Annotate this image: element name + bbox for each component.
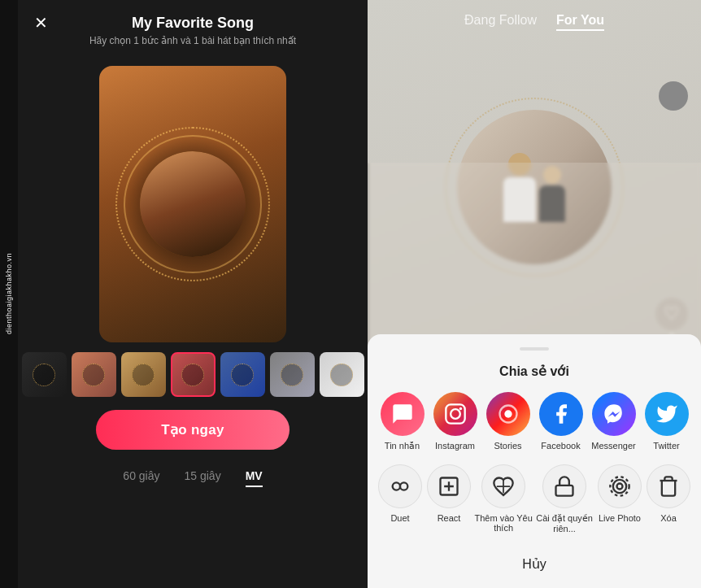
- messenger-icon: [592, 392, 636, 436]
- instagram-icon: [433, 392, 477, 436]
- delete-label: Xóa: [660, 513, 677, 523]
- delete-icon: [647, 464, 690, 508]
- svg-point-4: [393, 482, 400, 490]
- left-panel-title: My Favorite Song: [132, 15, 254, 32]
- stories-label: Stories: [494, 441, 521, 451]
- svg-point-5: [400, 482, 407, 490]
- dotted-ring: [115, 127, 270, 281]
- twitter-label: Twitter: [653, 441, 679, 451]
- share-message[interactable]: Tin nhắn: [378, 392, 427, 451]
- main-preview: [99, 66, 286, 342]
- share-twitter[interactable]: Twitter: [642, 392, 691, 451]
- duet-icon: [378, 464, 422, 508]
- cancel-button[interactable]: Hủy: [368, 547, 701, 581]
- privacy-icon: [542, 464, 586, 508]
- share-duet[interactable]: Duet: [376, 464, 425, 534]
- svg-point-2: [459, 407, 462, 411]
- duration-tab-mv[interactable]: MV: [246, 469, 263, 487]
- left-panel: ✕ My Favorite Song Hãy chọn 1 bức ảnh và…: [18, 0, 368, 588]
- duration-tabs: 60 giây 15 giây MV: [123, 469, 262, 487]
- react-icon: [427, 464, 471, 508]
- share-title: Chia sẻ với: [368, 364, 701, 379]
- left-header: ✕ My Favorite Song Hãy chọn 1 bức ảnh và…: [18, 0, 368, 53]
- facebook-label: Facebook: [541, 441, 580, 451]
- nav-following[interactable]: Đang Follow: [464, 13, 537, 31]
- close-button[interactable]: ✕: [34, 15, 48, 31]
- left-panel-subtitle: Hãy chọn 1 bức ảnh và 1 bài hát bạn thíc…: [89, 35, 296, 46]
- message-icon: [381, 392, 425, 436]
- sheet-divider: [520, 347, 549, 351]
- share-add-fav[interactable]: Thêm vào Yêu thích: [473, 464, 533, 534]
- duet-label: Duet: [390, 513, 409, 523]
- thumbnail-item[interactable]: [22, 352, 67, 397]
- add-fav-icon: [481, 464, 525, 508]
- svg-rect-7: [556, 486, 573, 496]
- instagram-label: Instagram: [435, 441, 475, 451]
- privacy-label: Cài đặt quyền riên...: [533, 513, 595, 534]
- share-row-2: Duet React Thêm vào Yêu thích: [368, 464, 701, 534]
- share-sheet: Chia sẻ với Tin nhắn Instagram: [368, 334, 701, 588]
- thumbnail-item[interactable]: [220, 352, 265, 397]
- svg-point-9: [613, 480, 626, 493]
- duration-tab-15[interactable]: 15 giây: [185, 469, 221, 487]
- right-panel: Đang Follow For You: [368, 0, 701, 588]
- right-nav: Đang Follow For You: [368, 0, 701, 44]
- react-label: React: [438, 513, 461, 523]
- svg-point-1: [451, 409, 460, 419]
- share-messenger[interactable]: Messenger: [590, 392, 638, 451]
- share-delete[interactable]: Xóa: [644, 464, 693, 534]
- stories-icon: [486, 392, 530, 436]
- nav-for-you[interactable]: For You: [556, 13, 604, 31]
- messenger-label: Messenger: [591, 441, 635, 451]
- thumbnail-item[interactable]: [270, 352, 315, 397]
- svg-point-3: [504, 410, 512, 417]
- share-stories[interactable]: Stories: [484, 392, 533, 451]
- thumbnail-item-selected[interactable]: [171, 352, 216, 397]
- watermark-text: dienthoaigiakhakho.vn: [5, 253, 13, 334]
- live-icon: [598, 464, 642, 508]
- live-label: Live Photo: [599, 513, 641, 523]
- twitter-icon: [645, 392, 689, 436]
- thumbnail-item[interactable]: [320, 352, 364, 397]
- thumbnail-item[interactable]: [72, 352, 116, 397]
- svg-point-8: [617, 484, 623, 490]
- share-live[interactable]: Live Photo: [595, 464, 644, 534]
- right-video-area: Đang Follow For You: [368, 0, 701, 374]
- share-instagram[interactable]: Instagram: [431, 392, 480, 451]
- create-button[interactable]: Tạo ngay: [96, 410, 290, 450]
- watermark: dienthoaigiakhakho.vn: [0, 0, 18, 588]
- avatar: [659, 81, 688, 111]
- share-facebook[interactable]: Facebook: [537, 392, 586, 451]
- duration-tab-60[interactable]: 60 giây: [123, 469, 159, 487]
- add-fav-label: Thêm vào Yêu thích: [473, 513, 533, 533]
- share-react[interactable]: React: [425, 464, 473, 534]
- thumbnail-strip: [18, 352, 368, 397]
- thumbnail-item[interactable]: [121, 352, 166, 397]
- svg-rect-0: [446, 404, 464, 423]
- share-privacy[interactable]: Cài đặt quyền riên...: [533, 464, 595, 534]
- facebook-icon: [539, 392, 583, 436]
- message-label: Tin nhắn: [385, 441, 420, 451]
- share-row-1: Tin nhắn Instagram Stories: [368, 392, 701, 451]
